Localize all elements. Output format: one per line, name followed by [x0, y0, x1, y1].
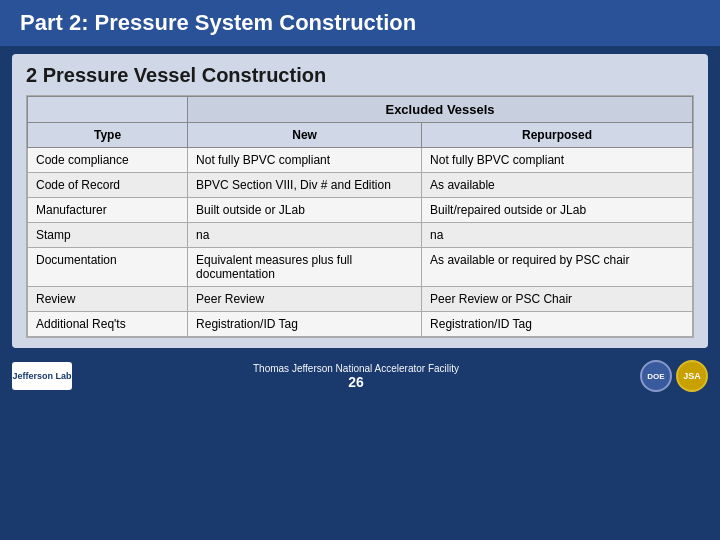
table-row: ManufacturerBuilt outside or JLabBuilt/r… — [28, 198, 693, 223]
cell-type: Code of Record — [28, 173, 188, 198]
table-row: Code complianceNot fully BPVC compliantN… — [28, 148, 693, 173]
cell-repurposed: Registration/ID Tag — [422, 312, 693, 337]
cell-repurposed: na — [422, 223, 693, 248]
table-row: Additional Req'tsRegistration/ID TagRegi… — [28, 312, 693, 337]
cell-new: Not fully BPVC compliant — [188, 148, 422, 173]
cell-new: BPVC Section VIII, Div # and Edition — [188, 173, 422, 198]
facility-name: Thomas Jefferson National Accelerator Fa… — [253, 363, 459, 374]
cell-type: Code compliance — [28, 148, 188, 173]
type-col-header — [28, 97, 188, 123]
table-row: Stampnana — [28, 223, 693, 248]
jefferson-lab-logo: Jefferson Lab — [12, 362, 72, 390]
jsa-badge: JSA — [676, 360, 708, 392]
cell-type: Documentation — [28, 248, 188, 287]
footer: Jefferson Lab Thomas Jefferson National … — [12, 356, 708, 396]
section-title: 2 Pressure Vessel Construction — [26, 64, 694, 87]
cell-type: Manufacturer — [28, 198, 188, 223]
col-new-label: New — [188, 123, 422, 148]
col-repurposed-label: Repurposed — [422, 123, 693, 148]
page-header: Part 2: Pressure System Construction — [0, 0, 720, 46]
cell-type: Additional Req'ts — [28, 312, 188, 337]
cell-repurposed: As available — [422, 173, 693, 198]
cell-repurposed: Built/repaired outside or JLab — [422, 198, 693, 223]
cell-type: Stamp — [28, 223, 188, 248]
cell-repurposed: Not fully BPVC compliant — [422, 148, 693, 173]
table-row: Code of RecordBPVC Section VIII, Div # a… — [28, 173, 693, 198]
table-row: DocumentationEquivalent measures plus fu… — [28, 248, 693, 287]
footer-right: DOE JSA — [640, 360, 708, 392]
table-row: ReviewPeer ReviewPeer Review or PSC Chai… — [28, 287, 693, 312]
excluded-vessels-table: Excluded Vessels Type New Repurposed Cod… — [26, 95, 694, 338]
main-content-area: 2 Pressure Vessel Construction Excluded … — [12, 54, 708, 348]
col-type-label: Type — [28, 123, 188, 148]
cell-new: Equivalent measures plus full documentat… — [188, 248, 422, 287]
cell-new: Peer Review — [188, 287, 422, 312]
cell-repurposed: Peer Review or PSC Chair — [422, 287, 693, 312]
page-title: Part 2: Pressure System Construction — [20, 10, 416, 35]
excluded-vessels-header: Excluded Vessels — [188, 97, 693, 123]
cell-new: na — [188, 223, 422, 248]
doe-badge: DOE — [640, 360, 672, 392]
cell-new: Registration/ID Tag — [188, 312, 422, 337]
footer-left: Jefferson Lab — [12, 362, 72, 390]
page-number: 26 — [253, 374, 459, 390]
cell-repurposed: As available or required by PSC chair — [422, 248, 693, 287]
cell-new: Built outside or JLab — [188, 198, 422, 223]
cell-type: Review — [28, 287, 188, 312]
